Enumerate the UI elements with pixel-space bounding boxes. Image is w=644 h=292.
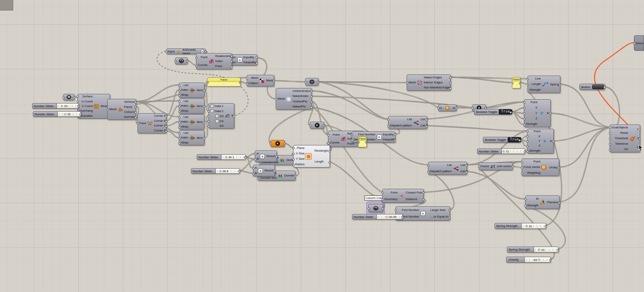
port-nub[interactable] bbox=[549, 259, 551, 261]
geometry-blob[interactable] bbox=[63, 94, 74, 100]
port-nub[interactable] bbox=[186, 60, 188, 62]
rectangle-component[interactable]: PlaneX SizeY SizeRadiusRectangleLength bbox=[293, 145, 330, 168]
port-nub[interactable] bbox=[368, 207, 370, 210]
port-nub[interactable] bbox=[401, 216, 404, 218]
port-nub[interactable] bbox=[471, 107, 474, 109]
port-nub[interactable] bbox=[254, 153, 256, 155]
wire[interactable] bbox=[187, 61, 196, 65]
port-nub[interactable] bbox=[558, 202, 560, 204]
port-nub[interactable] bbox=[317, 81, 319, 83]
port-nub[interactable] bbox=[275, 156, 278, 158]
swirl-component-2[interactable] bbox=[368, 204, 383, 212]
number-slider-y[interactable]: Number Slider◇28.5 bbox=[191, 168, 240, 174]
port-nub[interactable] bbox=[422, 199, 424, 201]
number-slider-column[interactable]: Number Slider◇30.80 bbox=[352, 214, 403, 219]
port-nub[interactable] bbox=[455, 107, 457, 109]
port-nub[interactable] bbox=[519, 139, 521, 142]
wire[interactable] bbox=[511, 108, 524, 112]
port-nub[interactable] bbox=[230, 66, 233, 68]
port-nub[interactable] bbox=[165, 115, 167, 117]
wire[interactable] bbox=[136, 85, 179, 102]
port-nub[interactable] bbox=[478, 166, 480, 168]
point-in-curves-1[interactable]: PointCurvesRelationshipIndexPoint bbox=[196, 53, 232, 69]
port-nub[interactable] bbox=[521, 173, 523, 175]
button-component[interactable]: Button bbox=[579, 84, 605, 90]
x-component-1[interactable]: × bbox=[310, 122, 324, 129]
port-nub[interactable] bbox=[178, 126, 180, 129]
unit-z-component[interactable]: FactorZUnit vector bbox=[479, 162, 513, 170]
wire[interactable] bbox=[167, 122, 179, 126]
slider-grip[interactable]: ◇ bbox=[225, 156, 227, 159]
port-nub[interactable] bbox=[449, 76, 452, 79]
wire[interactable] bbox=[269, 107, 312, 143]
wire[interactable] bbox=[560, 84, 609, 127]
port-nub[interactable] bbox=[273, 80, 275, 82]
wire[interactable] bbox=[478, 166, 554, 259]
port-nub[interactable] bbox=[304, 81, 307, 83]
port-nub[interactable] bbox=[252, 167, 254, 169]
list-item-1[interactable]: ListIndexWrapItem bbox=[179, 83, 204, 98]
port-nub[interactable] bbox=[165, 130, 167, 133]
port-nub[interactable] bbox=[178, 85, 180, 87]
port-nub[interactable] bbox=[292, 164, 295, 166]
number-slider-strength[interactable]: Number Slider◇11 bbox=[477, 149, 525, 154]
data-dam-component[interactable]: GG bbox=[438, 104, 457, 111]
port-nub[interactable] bbox=[207, 81, 209, 84]
weld-component[interactable] bbox=[305, 78, 318, 86]
port-nub[interactable] bbox=[204, 51, 206, 53]
port-nub[interactable] bbox=[511, 166, 513, 168]
unary-force-component[interactable]: PointForce vectorWeightingUnary bbox=[522, 159, 559, 176]
panel-main[interactable]: Panel· bbox=[207, 78, 240, 86]
anchor-component-1[interactable]: PointXYZStrengthA bbox=[524, 99, 551, 127]
port-nub[interactable] bbox=[524, 198, 527, 200]
port-nub[interactable] bbox=[134, 101, 137, 103]
port-nub[interactable] bbox=[270, 143, 272, 145]
list-item-3[interactable]: ListIndexWrapItem bbox=[179, 114, 204, 130]
wire[interactable] bbox=[330, 162, 382, 199]
port-nub[interactable] bbox=[294, 175, 296, 177]
port-nub[interactable] bbox=[394, 139, 396, 142]
planarize-component[interactable]: MStrengthPlanarize bbox=[525, 195, 560, 209]
slider-grip[interactable]: ◇ bbox=[219, 169, 222, 173]
port-nub[interactable] bbox=[526, 150, 529, 153]
mesh-edges-component[interactable]: MeshNaked EdgesInterior EdgesNon-Manifol… bbox=[407, 74, 451, 91]
port-nub[interactable] bbox=[526, 145, 529, 148]
port-nub[interactable] bbox=[519, 82, 520, 85]
port-nub[interactable] bbox=[510, 111, 512, 114]
port-nub[interactable] bbox=[195, 57, 197, 59]
larger-than-component[interactable]: First NumberSecond Number>Larger than...… bbox=[395, 206, 450, 221]
port-nub[interactable] bbox=[387, 119, 390, 121]
wire[interactable] bbox=[312, 102, 328, 135]
cull-pattern-component[interactable]: MeshPatternMesh bbox=[247, 75, 274, 86]
port-nub[interactable] bbox=[254, 159, 256, 161]
port-nub[interactable] bbox=[527, 78, 529, 80]
port-nub[interactable] bbox=[527, 84, 529, 86]
boolean-toggle-1[interactable]: Boolean ToggleTrue bbox=[474, 109, 511, 115]
slider-track[interactable]: 60◇ bbox=[525, 257, 550, 262]
port-nub[interactable] bbox=[437, 107, 440, 109]
port-nub[interactable] bbox=[257, 178, 259, 180]
port-nub[interactable] bbox=[426, 119, 428, 121]
port-nub[interactable] bbox=[238, 170, 240, 173]
slider-grip[interactable]: ◇ bbox=[526, 225, 528, 228]
gravity-slider[interactable]: -Gravity60◇ bbox=[506, 257, 551, 263]
port-nub[interactable] bbox=[406, 82, 408, 84]
spring-strength-slider-1[interactable]: Spring Strength◇10 bbox=[495, 223, 546, 229]
port-nub[interactable] bbox=[512, 82, 513, 85]
slider-track[interactable]: ◇11 bbox=[502, 149, 525, 154]
port-nub[interactable] bbox=[524, 150, 526, 153]
port-nub[interactable] bbox=[203, 90, 205, 92]
wire[interactable] bbox=[554, 128, 609, 141]
port-nub[interactable] bbox=[639, 138, 641, 140]
port-nub[interactable] bbox=[178, 100, 180, 103]
port-nub[interactable] bbox=[165, 125, 167, 128]
anchor-component-2[interactable]: PointXYZStrengthA bbox=[527, 129, 554, 154]
slider-grip[interactable]: ◇ bbox=[386, 215, 388, 218]
port-nub[interactable] bbox=[310, 90, 313, 92]
panel-spring[interactable]: Panel· bbox=[512, 77, 520, 88]
port-nub[interactable] bbox=[178, 90, 180, 92]
port-nub[interactable] bbox=[544, 225, 547, 228]
port-nub[interactable] bbox=[275, 98, 277, 100]
closest-point-component[interactable]: PointGeometryClosest PointDistance bbox=[382, 189, 424, 203]
port-nub[interactable] bbox=[426, 125, 428, 128]
